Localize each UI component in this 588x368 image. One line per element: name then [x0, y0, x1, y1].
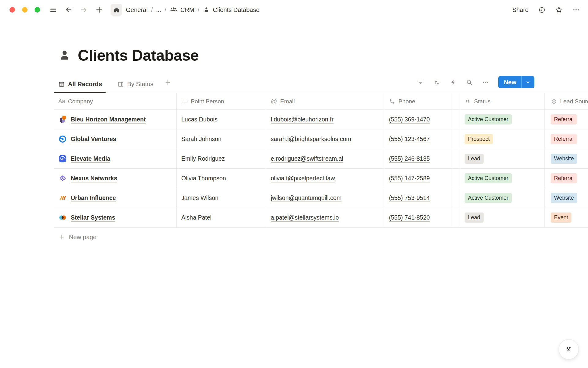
email-cell[interactable]: jwilson@quantumquill.com	[266, 188, 384, 208]
email-link[interactable]: e.rodriguez@swiftstream.ai	[271, 155, 343, 162]
company-link[interactable]: Stellar Systems	[71, 214, 115, 221]
email-link[interactable]: olivia.t@pixelperfect.law	[271, 175, 335, 182]
lead-source-badge[interactable]: Referral	[551, 134, 577, 144]
lead-source-cell[interactable]: Website	[545, 188, 588, 208]
status-cell[interactable]: Active Customer	[460, 188, 545, 208]
home-icon[interactable]	[111, 4, 122, 16]
add-view-plus-icon[interactable]	[164, 79, 171, 93]
status-cell[interactable]: Active Customer	[460, 169, 545, 188]
point-person-cell[interactable]: Olivia Thompson	[177, 169, 266, 188]
status-badge[interactable]: Active Customer	[465, 173, 512, 183]
close-window-button[interactable]	[9, 7, 15, 13]
lead-source-cell[interactable]: Website	[545, 149, 588, 168]
lead-source-cell[interactable]: Referral	[545, 169, 588, 188]
company-link[interactable]: Urban Influence	[71, 194, 116, 201]
email-cell[interactable]: olivia.t@pixelperfect.law	[266, 169, 384, 188]
phone-cell[interactable]: (555) 753-9514	[384, 188, 453, 208]
status-cell[interactable]: Prospect	[460, 129, 545, 149]
share-button[interactable]: Share	[512, 6, 529, 13]
company-cell[interactable]: Global Ventures	[54, 129, 177, 149]
lead-source-cell[interactable]: Event	[545, 208, 588, 227]
status-cell[interactable]: Active Customer	[460, 110, 545, 129]
sidebar-menu-icon[interactable]	[49, 6, 57, 14]
phone-cell[interactable]: (555) 123-4567	[384, 129, 453, 149]
column-header-company[interactable]: Aa Company	[54, 93, 177, 109]
new-page-row[interactable]: New page	[54, 228, 588, 247]
company-link[interactable]: Global Ventures	[71, 136, 116, 143]
status-badge[interactable]: Lead	[465, 213, 484, 223]
zoom-window-button[interactable]	[35, 7, 40, 13]
more-icon[interactable]	[482, 79, 489, 86]
person-icon[interactable]	[58, 48, 72, 63]
company-cell[interactable]: Nexus Networks	[54, 169, 177, 188]
column-header-phone[interactable]: Phone	[384, 93, 453, 109]
zap-icon[interactable]	[450, 79, 457, 86]
lead-source-cell[interactable]: Referral	[545, 110, 588, 129]
breadcrumb-item-collapsed[interactable]: ...	[156, 6, 161, 13]
filter-icon[interactable]	[417, 79, 424, 86]
phone-link[interactable]: (555) 741-8520	[389, 214, 430, 221]
email-link[interactable]: sarah.j@brightsparksolns.com	[271, 136, 351, 143]
phone-link[interactable]: (555) 123-4567	[389, 136, 430, 143]
status-cell[interactable]: Lead	[460, 149, 545, 168]
column-header-status[interactable]: Status	[460, 93, 545, 109]
company-cell[interactable]: Bleu Horizon Management	[54, 110, 177, 129]
phone-cell[interactable]: (555) 369-1470	[384, 110, 453, 129]
company-cell[interactable]: Elevate Media	[54, 149, 177, 168]
column-header-email[interactable]: @ Email	[266, 93, 384, 109]
email-link[interactable]: jwilson@quantumquill.com	[271, 194, 341, 201]
phone-link[interactable]: (555) 246-8135	[389, 155, 430, 162]
more-icon[interactable]	[572, 6, 580, 14]
lead-source-badge[interactable]: Website	[551, 193, 577, 203]
new-tab-icon[interactable]	[95, 6, 103, 14]
column-header-lead-source[interactable]: Lead Source	[545, 93, 588, 109]
lead-source-cell[interactable]: Referral	[545, 129, 588, 149]
lead-source-badge[interactable]: Website	[551, 154, 577, 164]
point-person-cell[interactable]: Emily Rodriguez	[177, 149, 266, 168]
email-cell[interactable]: e.rodriguez@swiftstream.ai	[266, 149, 384, 168]
breadcrumb-item-clients-database[interactable]: Clients Database	[203, 6, 259, 13]
forward-icon[interactable]	[80, 6, 88, 14]
lead-source-badge[interactable]: Referral	[551, 173, 577, 183]
point-person-cell[interactable]: James Wilson	[177, 188, 266, 208]
clock-icon[interactable]	[538, 6, 546, 14]
company-link[interactable]: Nexus Networks	[71, 175, 117, 182]
status-badge[interactable]: Active Customer	[465, 193, 512, 203]
email-link[interactable]: l.dubois@bleuhorizon.fr	[271, 116, 334, 123]
search-icon[interactable]	[466, 79, 473, 86]
email-cell[interactable]: sarah.j@brightsparksolns.com	[266, 129, 384, 149]
breadcrumb-item-general[interactable]: General	[126, 6, 148, 13]
phone-cell[interactable]: (555) 741-8520	[384, 208, 453, 227]
email-cell[interactable]: l.dubois@bleuhorizon.fr	[266, 110, 384, 129]
star-icon[interactable]	[555, 6, 563, 14]
company-cell[interactable]: Stellar Systems	[54, 208, 177, 227]
breadcrumb-item-crm[interactable]: CRM	[170, 6, 194, 14]
email-cell[interactable]: a.patel@stellarsystems.io	[266, 208, 384, 227]
status-badge[interactable]: Active Customer	[465, 114, 512, 125]
company-link[interactable]: Elevate Media	[71, 155, 110, 162]
phone-link[interactable]: (555) 753-9514	[389, 194, 430, 201]
point-person-cell[interactable]: Aisha Patel	[177, 208, 266, 227]
tab-by-status[interactable]: By Status	[113, 81, 157, 93]
status-cell[interactable]: Lead	[460, 208, 545, 227]
point-person-cell[interactable]: Sarah Johnson	[177, 129, 266, 149]
ai-assistant-button[interactable]	[559, 339, 579, 359]
phone-cell[interactable]: (555) 147-2589	[384, 169, 453, 188]
chevron-down-icon[interactable]	[522, 76, 534, 88]
company-cell[interactable]: Urban Influence	[54, 188, 177, 208]
phone-cell[interactable]: (555) 246-8135	[384, 149, 453, 168]
minimize-window-button[interactable]	[22, 7, 28, 13]
lead-source-badge[interactable]: Referral	[551, 114, 577, 125]
column-header-point-person[interactable]: Point Person	[177, 93, 266, 109]
new-button[interactable]: New	[498, 76, 534, 88]
status-badge[interactable]: Lead	[465, 154, 484, 164]
company-link[interactable]: Bleu Horizon Management	[71, 116, 146, 123]
tab-all-records[interactable]: All Records	[54, 81, 106, 93]
sort-icon[interactable]	[433, 79, 441, 86]
point-person-cell[interactable]: Lucas Dubois	[177, 110, 266, 129]
phone-link[interactable]: (555) 147-2589	[389, 175, 430, 182]
status-badge[interactable]: Prospect	[465, 134, 493, 144]
lead-source-badge[interactable]: Event	[551, 213, 571, 223]
phone-link[interactable]: (555) 369-1470	[389, 116, 430, 123]
back-icon[interactable]	[65, 6, 73, 14]
